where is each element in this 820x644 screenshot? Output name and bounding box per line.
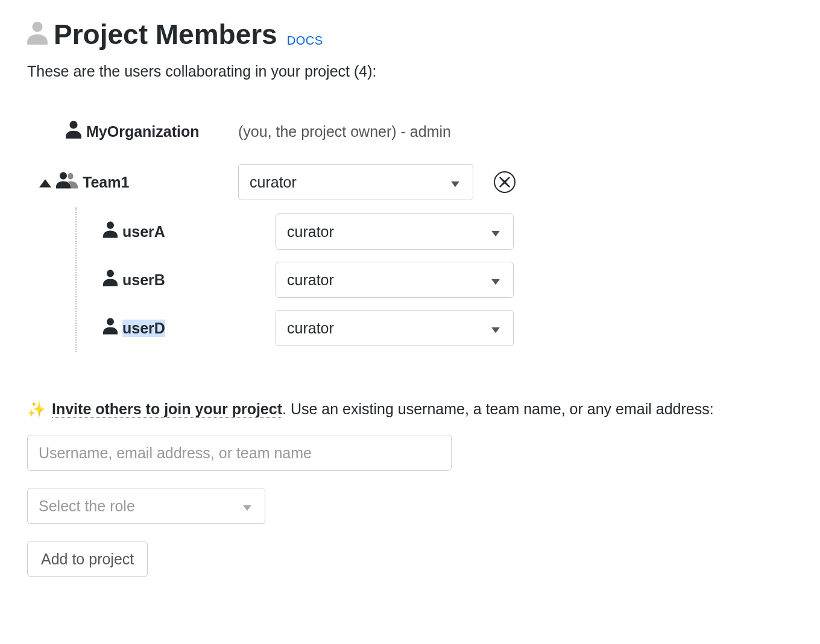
member-name-cell: userB [101,270,276,290]
person-icon [103,221,118,242]
owner-meta: (you, the project owner) - admin [238,123,451,140]
members-list: MyOrganization (you, the project owner) … [33,113,793,352]
team-member-row: userD curator [101,304,793,352]
team-name-cell: Team1 [33,171,238,193]
member-name: userA [122,223,165,241]
team-role-select[interactable]: curator [238,164,473,200]
member-name: userD [122,320,165,337]
invite-input[interactable] [27,435,452,471]
team-children: userA curator userB curator [75,207,793,352]
person-icon [27,22,48,47]
chevron-up-icon[interactable] [39,174,51,191]
team-role-value: curator [250,174,297,191]
add-to-project-button[interactable]: Add to project [27,541,148,577]
member-name-cell: userA [101,221,276,242]
page-title-group: Project Members [27,18,277,51]
member-role-select[interactable]: curator [276,213,514,250]
member-role-select[interactable]: curator [276,262,514,298]
chevron-down-icon [491,223,500,241]
person-icon [103,270,118,290]
owner-name-cell: MyOrganization [33,121,238,142]
invite-heading-rest: . Use an existing username, a team name,… [282,400,714,417]
team-member-row: userA curator [101,207,793,256]
person-icon [103,318,118,338]
chevron-down-icon [491,320,500,337]
close-icon [499,177,510,188]
team-icon [56,171,78,193]
owner-name: MyOrganization [86,123,200,140]
member-name-cell: userD [101,318,276,338]
docs-link[interactable]: DOCS [287,34,323,48]
chevron-down-icon [491,271,500,289]
invite-heading-strong: Invite others to join your project [52,400,282,418]
owner-row: MyOrganization (you, the project owner) … [33,113,793,150]
chevron-down-icon [243,497,251,515]
member-role-value: curator [287,223,334,241]
page-header: Project Members DOCS [27,18,793,51]
page-title: Project Members [54,18,277,51]
person-icon [66,121,81,142]
sparkle-icon: ✨ [27,400,46,418]
team-member-row: userB curator [101,256,793,304]
invite-section: ✨ Invite others to join your project. Us… [27,400,793,577]
invite-heading: ✨ Invite others to join your project. Us… [27,400,793,418]
invite-role-select[interactable]: Select the role [27,488,265,524]
team-name: Team1 [83,174,129,191]
invite-role-placeholder: Select the role [39,497,135,515]
remove-team-button[interactable] [494,171,516,193]
member-role-select[interactable]: curator [276,310,514,346]
member-role-value: curator [287,320,334,337]
chevron-down-icon [451,174,459,191]
team-row: Team1 curator [33,164,793,200]
member-role-value: curator [287,271,334,289]
member-name: userB [122,271,165,289]
page-subtitle: These are the users collaborating in you… [27,63,793,80]
